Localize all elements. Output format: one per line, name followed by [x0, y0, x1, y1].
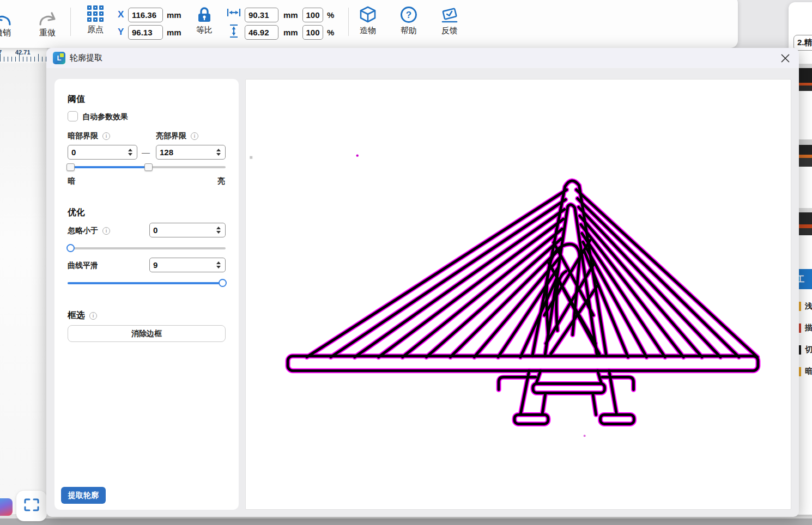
- ignore-slider[interactable]: [68, 247, 226, 249]
- bright-limit-label: 亮部界限i: [156, 131, 198, 141]
- origin-grid-icon: [82, 4, 108, 23]
- layer-label: 暗雕: [805, 367, 812, 376]
- ruler-major-ticks: [0, 54, 47, 62]
- slider-fill: [68, 282, 226, 284]
- status-strip: [0, 518, 812, 525]
- ignore-slider-handle[interactable]: [66, 244, 75, 252]
- range-dash: —: [142, 148, 150, 157]
- feedback-label: 反馈: [437, 26, 463, 36]
- trace-speck: [356, 154, 359, 156]
- extract-contour-button[interactable]: 提取轮廓: [61, 487, 106, 504]
- info-icon[interactable]: i: [102, 227, 110, 235]
- gallery-thumbnail[interactable]: [797, 208, 812, 235]
- crop-frame-icon: [23, 498, 40, 514]
- info-icon[interactable]: i: [191, 132, 198, 140]
- undo-label: 撤销: [0, 28, 16, 38]
- spinner-arrows-icon[interactable]: [216, 149, 221, 156]
- info-icon[interactable]: i: [89, 312, 97, 320]
- undo-icon: [0, 11, 16, 26]
- create-button[interactable]: 造物: [355, 5, 381, 36]
- spinner-arrows-icon[interactable]: [216, 261, 221, 268]
- layer-label: 描线: [805, 323, 812, 333]
- height-unit: mm: [283, 28, 298, 37]
- spinner-arrows-icon[interactable]: [216, 227, 221, 234]
- redo-label: 重做: [34, 28, 61, 38]
- clear-border-button[interactable]: 消除边框: [68, 325, 226, 342]
- gallery-thumbnail[interactable]: [797, 139, 812, 167]
- height-input[interactable]: [245, 25, 278, 40]
- toolbar-separator: [348, 8, 349, 36]
- origin-label: 原点: [82, 25, 108, 35]
- width-percent-sign: %: [327, 10, 334, 20]
- smooth-label: 曲线平滑: [68, 261, 98, 271]
- origin-button[interactable]: 原点: [82, 4, 108, 35]
- contour-preview-area[interactable]: [245, 79, 791, 510]
- x-unit: mm: [167, 10, 181, 20]
- x-position-input[interactable]: [128, 8, 163, 22]
- bright-limit-input[interactable]: [160, 148, 216, 157]
- info-icon[interactable]: i: [102, 132, 110, 140]
- undo-button[interactable]: 撤销: [0, 11, 16, 38]
- horizontal-ruler: 7 42.71: [0, 48, 47, 63]
- help-button[interactable]: ? 帮助: [396, 5, 422, 36]
- threshold-range-slider[interactable]: [68, 166, 226, 168]
- color-mode-button[interactable]: [0, 498, 13, 516]
- bridge-contour-preview: [246, 80, 791, 509]
- lock-icon: [192, 6, 217, 23]
- width-unit: mm: [283, 10, 298, 20]
- app-window: { "toolbar": { "undo_label": "撤销", "redo…: [0, 0, 812, 525]
- svg-text:?: ?: [406, 10, 411, 20]
- slider-fill: [68, 166, 148, 168]
- dark-slider-handle[interactable]: [66, 163, 75, 171]
- smooth-input[interactable]: [153, 260, 216, 270]
- top-toolbar: 撤销 重做 原点 X mm Y mm: [0, 0, 738, 48]
- fit-view-button[interactable]: [16, 491, 47, 521]
- dialog-header: L 轮廓提取: [46, 48, 799, 68]
- dark-end-label: 暗: [68, 176, 75, 186]
- y-unit: mm: [167, 28, 181, 37]
- box-select-heading: 框选i: [68, 310, 97, 321]
- width-input[interactable]: [245, 8, 278, 22]
- gallery-thumbnail[interactable]: [797, 64, 812, 91]
- auto-params-label: 自动参数效果: [82, 112, 128, 122]
- bright-limit-spinbox[interactable]: [156, 145, 226, 160]
- lock-label: 等比: [192, 25, 217, 35]
- dark-limit-spinbox[interactable]: [68, 145, 137, 160]
- canvas-area: [0, 63, 47, 515]
- contour-extraction-dialog: L 轮廓提取 阈值 自动参数效果 暗部界限i 亮部界限i —: [46, 48, 799, 517]
- optimize-heading: 优化: [68, 207, 85, 218]
- cube-icon: [355, 5, 381, 24]
- redo-icon: [34, 11, 61, 26]
- help-icon: ?: [396, 5, 422, 24]
- proportional-lock-button[interactable]: 等比: [192, 6, 217, 35]
- y-field-label: Y: [118, 27, 124, 38]
- width-percent-input[interactable]: [302, 8, 323, 22]
- bright-slider-handle[interactable]: [144, 163, 153, 171]
- controls-panel: 阈值 自动参数效果 暗部界限i 亮部界限i — 暗 亮 优化 忽略小于i: [54, 79, 239, 510]
- smooth-slider[interactable]: [68, 282, 226, 284]
- y-position-input[interactable]: [128, 25, 163, 40]
- smooth-spinbox[interactable]: [149, 258, 226, 272]
- trace-speck: [584, 435, 586, 437]
- create-label: 造物: [355, 26, 381, 36]
- ignore-input[interactable]: [153, 225, 216, 235]
- auto-params-checkbox[interactable]: [68, 111, 78, 121]
- dark-limit-label: 暗部界限i: [68, 131, 110, 141]
- height-percent-input[interactable]: [302, 25, 323, 40]
- help-label: 帮助: [396, 26, 422, 36]
- app-logo-icon: L: [53, 52, 65, 64]
- dialog-title: 轮廓提取: [70, 53, 102, 63]
- redo-button[interactable]: 重做: [34, 11, 61, 38]
- feedback-button[interactable]: 反馈: [437, 5, 463, 36]
- smooth-slider-handle[interactable]: [219, 279, 227, 287]
- x-field-label: X: [118, 9, 124, 20]
- layer-label: 切割: [805, 345, 812, 355]
- spinner-arrows-icon[interactable]: [128, 149, 132, 156]
- toolbar-separator: [70, 8, 71, 36]
- dark-limit-input[interactable]: [71, 148, 128, 157]
- height-percent-sign: %: [327, 28, 334, 37]
- trace-speck: [250, 156, 252, 159]
- ignore-spinbox[interactable]: [149, 223, 226, 237]
- close-icon[interactable]: [778, 51, 792, 65]
- threshold-heading: 阈值: [68, 94, 85, 105]
